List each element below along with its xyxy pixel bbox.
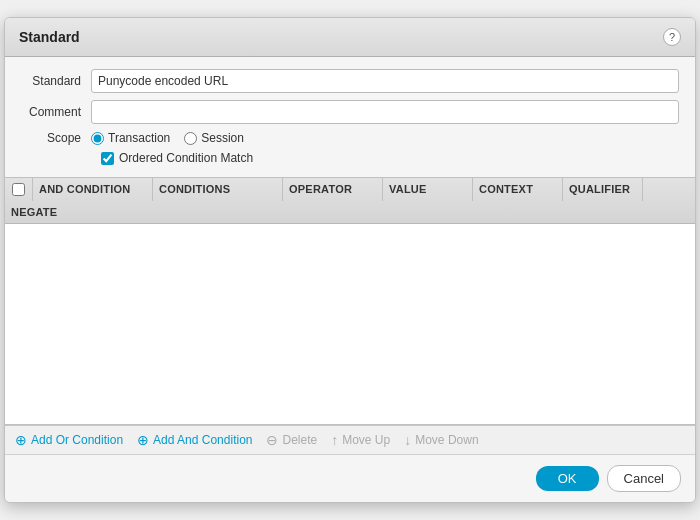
standard-input[interactable]	[91, 69, 679, 93]
ok-button[interactable]: OK	[536, 466, 599, 491]
table-body	[5, 224, 695, 424]
move-down-icon: ↓	[404, 433, 411, 447]
th-negate: NEGATE	[5, 201, 33, 223]
move-up-button[interactable]: ↑ Move Up	[331, 433, 390, 447]
form-area: Standard Comment Scope Transaction Sessi…	[5, 57, 695, 177]
move-down-label: Move Down	[415, 433, 478, 447]
cancel-button[interactable]: Cancel	[607, 465, 681, 492]
comment-label: Comment	[21, 105, 91, 119]
standard-label: Standard	[21, 74, 91, 88]
transaction-label: Transaction	[108, 131, 170, 145]
add-or-icon: ⊕	[15, 433, 27, 447]
add-or-condition-button[interactable]: ⊕ Add Or Condition	[15, 433, 123, 447]
th-and-condition: AND CONDITION	[33, 178, 153, 201]
table-toolbar: ⊕ Add Or Condition ⊕ Add And Condition ⊖…	[5, 425, 695, 454]
add-or-label: Add Or Condition	[31, 433, 123, 447]
move-up-label: Move Up	[342, 433, 390, 447]
add-and-icon: ⊕	[137, 433, 149, 447]
comment-row: Comment	[21, 100, 679, 124]
th-operator: OPERATOR	[283, 178, 383, 201]
delete-icon: ⊖	[266, 433, 278, 447]
conditions-table: AND CONDITION CONDITIONS OPERATOR VALUE …	[5, 177, 695, 425]
help-icon[interactable]: ?	[663, 28, 681, 46]
th-checkbox[interactable]	[5, 178, 33, 201]
scope-row: Scope Transaction Session	[21, 131, 679, 145]
dialog-header: Standard ?	[5, 18, 695, 57]
add-and-condition-button[interactable]: ⊕ Add And Condition	[137, 433, 252, 447]
ordered-condition-checkbox-label[interactable]: Ordered Condition Match	[101, 151, 253, 165]
scope-session[interactable]: Session	[184, 131, 244, 145]
ordered-condition-checkbox[interactable]	[101, 152, 114, 165]
th-value: VALUE	[383, 178, 473, 201]
dialog-footer: OK Cancel	[5, 454, 695, 502]
comment-input[interactable]	[91, 100, 679, 124]
add-and-label: Add And Condition	[153, 433, 252, 447]
scope-transaction[interactable]: Transaction	[91, 131, 170, 145]
delete-button[interactable]: ⊖ Delete	[266, 433, 317, 447]
ordered-condition-label: Ordered Condition Match	[119, 151, 253, 165]
standard-row: Standard	[21, 69, 679, 93]
dialog-title: Standard	[19, 29, 80, 45]
move-up-icon: ↑	[331, 433, 338, 447]
standard-dialog: Standard ? Standard Comment Scope Transa…	[4, 17, 696, 503]
scope-label: Scope	[21, 131, 91, 145]
table-header: AND CONDITION CONDITIONS OPERATOR VALUE …	[5, 178, 695, 224]
th-qualifier: QUALIFIER	[563, 178, 643, 201]
delete-label: Delete	[282, 433, 317, 447]
session-label: Session	[201, 131, 244, 145]
th-conditions: CONDITIONS	[153, 178, 283, 201]
scope-radio-group: Transaction Session	[91, 131, 244, 145]
move-down-button[interactable]: ↓ Move Down	[404, 433, 478, 447]
th-context: CONTEXT	[473, 178, 563, 201]
select-all-checkbox[interactable]	[12, 183, 25, 196]
ordered-condition-row: Ordered Condition Match	[21, 151, 679, 165]
